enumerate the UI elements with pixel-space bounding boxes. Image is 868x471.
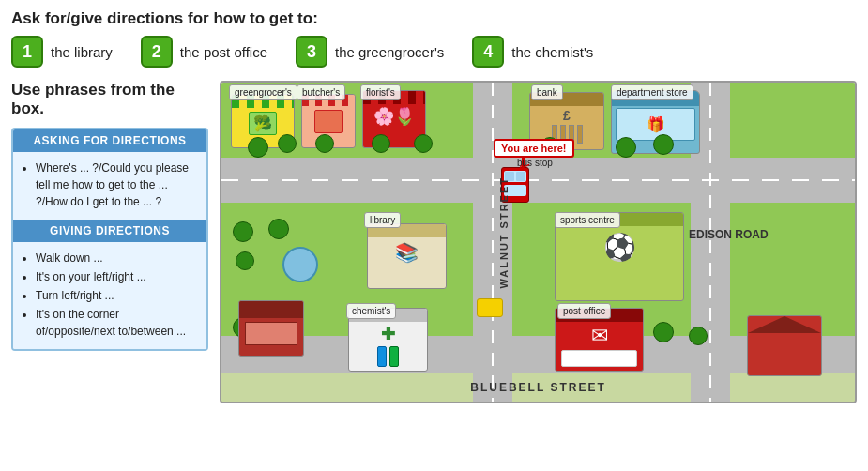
tree-9 bbox=[233, 221, 253, 242]
edison-road-label: EDISON ROAD bbox=[689, 228, 769, 241]
tree-10 bbox=[268, 219, 289, 239]
asking-content: Where's ... ?/Could you please tell me h… bbox=[13, 152, 206, 220]
giving-item-1: Walk down ... bbox=[36, 250, 197, 266]
label-4: the chemist's bbox=[511, 44, 593, 60]
giving-item-2: It's on your left/right ... bbox=[36, 268, 197, 285]
dept-store-label: department store bbox=[611, 84, 693, 100]
numbered-items-row: 1 the library 2 the post office 3 the gr… bbox=[11, 36, 857, 68]
yellow-taxi bbox=[477, 298, 503, 317]
dept-window: 🎁 bbox=[616, 108, 695, 141]
library-building: 📚 bbox=[367, 223, 447, 289]
greengrocer-label: greengrocer's bbox=[229, 84, 297, 100]
tree-11 bbox=[236, 251, 254, 270]
house-roof bbox=[748, 316, 821, 333]
lower-section: Use phrases from the box. ASKING FOR DIR… bbox=[11, 81, 857, 403]
giving-item-4: It's on the corner of/opposite/next to/b… bbox=[36, 306, 197, 340]
num-item-4: 4 the chemist's bbox=[472, 36, 593, 68]
tree-5 bbox=[414, 134, 433, 153]
tree-2 bbox=[278, 134, 297, 153]
florist-flowers: 🌸🌷 bbox=[363, 106, 425, 127]
sports-icon: ⚽ bbox=[556, 232, 683, 263]
label-3: the greengrocer's bbox=[335, 44, 444, 60]
butcher-display bbox=[314, 110, 343, 133]
tree-8 bbox=[653, 134, 674, 155]
greengrocer-display: 🥦 bbox=[249, 112, 277, 135]
post-icon: ✉ bbox=[556, 324, 643, 348]
red-house bbox=[747, 315, 822, 376]
asking-heading: ASKING FOR DIRECTIONS bbox=[13, 129, 206, 152]
red-house-left bbox=[238, 300, 304, 357]
num-item-1: 1 the library bbox=[11, 36, 113, 68]
road-dash-h-top bbox=[221, 179, 855, 181]
use-phrases-title: Use phrases from the box. bbox=[11, 81, 208, 118]
badge-1: 1 bbox=[11, 36, 43, 68]
left-panel: Use phrases from the box. ASKING FOR DIR… bbox=[11, 81, 208, 403]
tree-4 bbox=[372, 134, 390, 153]
grass-mid-right bbox=[730, 203, 855, 315]
map-panel: 🥦 🌸🌷 £ bbox=[220, 81, 857, 403]
post-office-label: post office bbox=[557, 303, 611, 319]
giving-item-3: Turn left/right ... bbox=[36, 287, 197, 304]
road-dash-v-right bbox=[709, 83, 711, 402]
house-left-door bbox=[245, 322, 297, 345]
walnut-street-label: WALNUT STREET bbox=[498, 176, 510, 289]
grass-top-right bbox=[730, 83, 855, 158]
tree-15 bbox=[689, 327, 708, 345]
tree-14 bbox=[653, 322, 674, 342]
tree-3 bbox=[315, 134, 334, 153]
map-inner: 🥦 🌸🌷 £ bbox=[221, 83, 855, 402]
num-item-2: 2 the post office bbox=[141, 36, 267, 68]
library-icon: 📚 bbox=[368, 241, 446, 264]
badge-3: 3 bbox=[296, 36, 327, 68]
florist-label: florist's bbox=[360, 84, 401, 100]
library-label: library bbox=[364, 212, 401, 228]
giving-heading: GIVING DIRECTIONS bbox=[13, 220, 206, 242]
road-dash-v-left bbox=[492, 83, 494, 402]
house-left-roof bbox=[239, 301, 303, 318]
num-item-3: 3 the greengrocer's bbox=[296, 36, 444, 68]
fountain bbox=[282, 247, 318, 282]
tree-1 bbox=[248, 137, 268, 158]
sports-centre-label: sports centre bbox=[555, 212, 620, 228]
phrase-box: ASKING FOR DIRECTIONS Where's ... ?/Coul… bbox=[11, 128, 208, 351]
bank-symbol: £ bbox=[530, 108, 603, 123]
label-2: the post office bbox=[180, 44, 267, 60]
you-are-here-label: You are here! bbox=[494, 139, 574, 158]
giving-content: Walk down ... It's on your left/right ..… bbox=[13, 242, 206, 349]
label-1: the library bbox=[51, 44, 113, 60]
post-window bbox=[561, 350, 637, 367]
chemist-cross: ✚ bbox=[349, 324, 427, 344]
page-title: Ask for/give directions for how to get t… bbox=[11, 9, 857, 28]
asking-item-1: Where's ... ?/Could you please tell me h… bbox=[36, 160, 197, 210]
tree-7 bbox=[616, 137, 636, 158]
chemist-label: chemist's bbox=[346, 303, 396, 319]
bank-label: bank bbox=[531, 84, 563, 100]
bluebell-street-label: BLUEBELL STREET bbox=[470, 381, 605, 394]
butcher-label: butcher's bbox=[297, 84, 345, 100]
chemist-bottles bbox=[349, 346, 427, 367]
badge-4: 4 bbox=[472, 36, 504, 68]
badge-2: 2 bbox=[141, 36, 173, 68]
